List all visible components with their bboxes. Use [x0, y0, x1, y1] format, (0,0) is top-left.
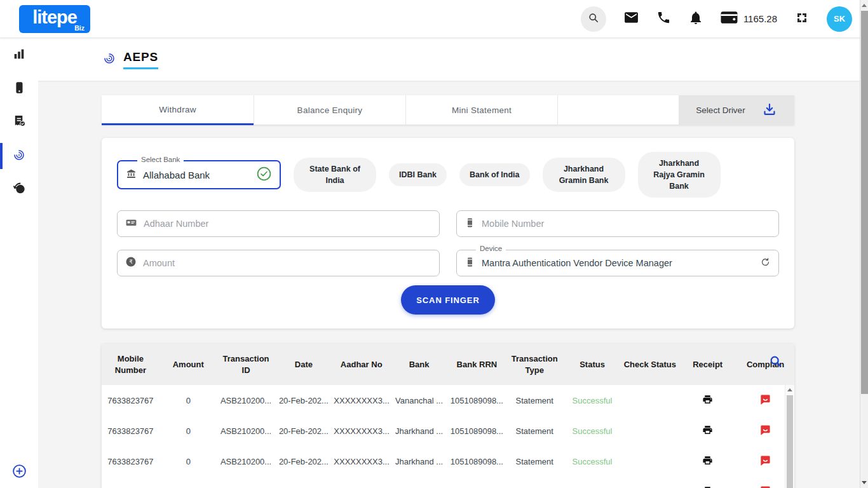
column-header: Receipt: [679, 344, 736, 385]
download-icon: [762, 102, 777, 119]
column-header: Date: [275, 344, 332, 385]
table-cell: 7633823767: [102, 446, 159, 477]
avatar[interactable]: SK: [827, 6, 852, 32]
table-cell: ASB210200...: [217, 477, 275, 488]
aeps-spiral-icon: [11, 147, 27, 165]
table-cell: Statement: [506, 446, 564, 477]
table-cell: XXXXXXXX3...: [332, 416, 390, 446]
page-scrollbar[interactable]: [860, 0, 868, 488]
device-field[interactable]: Device Mantra Authentication Vendor Devi…: [456, 250, 779, 276]
table-scrollbar-thumb[interactable]: [787, 395, 793, 488]
table-cell: 7633823767: [102, 385, 159, 416]
table-cell: 1051089098...: [448, 385, 506, 416]
bank-chip[interactable]: Jharkhand Gramin Bank: [543, 158, 625, 192]
select-bank-field[interactable]: Select Bank Allahabad Bank: [117, 160, 281, 189]
select-driver-label: Select Driver: [696, 105, 745, 115]
mobile-phone-icon: [465, 217, 475, 231]
table-row: 99999999990ASB210200...18-Feb-2021...XXX…: [102, 477, 794, 488]
table-scrollbar[interactable]: [785, 385, 794, 488]
wallet-balance-amount: 1165.28: [743, 13, 777, 24]
bank-chip[interactable]: IDBI Bank: [389, 163, 447, 186]
table-cell: 20-Feb-202...: [275, 385, 332, 416]
amount-field: ₹: [117, 250, 440, 276]
avatar-initials: SK: [834, 14, 845, 24]
page-scrollbar-thumb[interactable]: [861, 11, 868, 394]
receipt-print-button[interactable]: [679, 385, 736, 416]
printer-icon: [702, 458, 713, 468]
sidebar-item-cashout[interactable]: [0, 173, 38, 207]
column-header: Bank: [390, 344, 448, 385]
aadhaar-field: [117, 210, 440, 237]
table-cell: ASB210200...: [217, 385, 275, 416]
notifications-button[interactable]: [688, 10, 703, 28]
table-cell: 0: [159, 385, 217, 416]
apps-button[interactable]: [794, 10, 810, 28]
receipt-print-button[interactable]: [679, 446, 736, 477]
form-row-2: ₹ Device Mantra Authentication Vendor De…: [117, 250, 779, 276]
device-label: Device: [476, 245, 506, 252]
logo[interactable]: litepe Biz: [19, 5, 90, 33]
table-body: 76338237670ASB210200...20-Feb-202...XXXX…: [102, 385, 794, 488]
receipt-check-icon: [12, 114, 27, 131]
logo-text: litepe: [32, 7, 77, 28]
select-driver-button[interactable]: Select Driver: [679, 95, 794, 125]
page-scroll-up-arrow[interactable]: [862, 4, 867, 7]
table-cell: 0: [159, 446, 217, 477]
top-header: litepe Biz 1165.28: [0, 0, 868, 38]
sidebar-item-dashboard[interactable]: [0, 38, 38, 72]
aadhaar-input[interactable]: [144, 219, 431, 229]
printer-icon: [702, 428, 713, 437]
receipt-print-button[interactable]: [679, 477, 736, 488]
header-actions: 1165.28 SK: [581, 6, 868, 32]
table-cell: 1051089098...: [448, 446, 506, 477]
table-cell: Successful: [564, 416, 621, 446]
form-row-1: [117, 210, 779, 237]
bank-chip[interactable]: Jharkhand Rajya Gramin Bank: [638, 152, 721, 198]
call-button[interactable]: [656, 10, 671, 27]
printer-icon: [702, 397, 713, 407]
table-cell: Statement: [506, 385, 564, 416]
tab-mini-statement[interactable]: Mini Statement: [405, 95, 557, 125]
table-cell: 1049158303...: [448, 477, 506, 488]
bank-chip[interactable]: Bank of India: [459, 163, 529, 186]
table-header: Mobile Number Amount Transaction ID Date…: [102, 344, 794, 385]
sidebar-item-mobile[interactable]: [0, 72, 38, 105]
logo-subtext: Biz: [74, 24, 85, 32]
tab-bar: Withdraw Balance Enquiry Mini Statement …: [102, 95, 794, 125]
scan-finger-button[interactable]: SCAN FINGER: [401, 285, 495, 315]
content: Withdraw Balance Enquiry Mini Statement …: [102, 81, 794, 488]
table-cell: 7633823767: [102, 416, 159, 446]
svg-text:₹: ₹: [129, 259, 133, 266]
tab-balance-enquiry[interactable]: Balance Enquiry: [254, 95, 405, 125]
search-button[interactable]: [581, 6, 606, 32]
amount-input[interactable]: [143, 258, 431, 268]
phone-icon: [656, 10, 671, 27]
receipt-print-button[interactable]: [679, 416, 736, 446]
tab-withdraw[interactable]: Withdraw: [102, 95, 254, 125]
sidebar-add-button[interactable]: [0, 463, 38, 482]
table-cell: Successful: [564, 385, 621, 416]
page-scroll-down-arrow[interactable]: [862, 481, 867, 484]
sidebar-item-aeps[interactable]: [0, 139, 38, 173]
page-title-bar: AEPS: [38, 38, 860, 81]
table-cell: ASB210200...: [217, 446, 275, 477]
bank-chip[interactable]: State Bank of India: [294, 158, 376, 192]
mail-button[interactable]: [623, 10, 639, 28]
scroll-up-arrow[interactable]: [787, 388, 792, 391]
table-search-icon[interactable]: [769, 355, 783, 371]
verified-check-icon: [256, 166, 272, 184]
mobile-input[interactable]: [482, 219, 771, 229]
table-cell: [621, 416, 679, 446]
page-title: AEPS: [102, 50, 158, 69]
transactions-table-card: Mobile Number Amount Transaction ID Date…: [102, 344, 794, 488]
column-header: Check Status: [621, 344, 679, 385]
wallet-balance[interactable]: 1165.28: [721, 11, 777, 27]
page-title-text: AEPS: [123, 50, 158, 69]
search-icon: [587, 11, 600, 27]
select-bank-value: Allahabad Bank: [143, 170, 250, 180]
table-cell: Vananchal ...: [390, 385, 448, 416]
table-cell: 1051089098...: [448, 416, 506, 446]
table-cell: 0: [159, 416, 217, 446]
refresh-icon[interactable]: [760, 257, 771, 270]
sidebar-item-plans[interactable]: [0, 105, 38, 139]
